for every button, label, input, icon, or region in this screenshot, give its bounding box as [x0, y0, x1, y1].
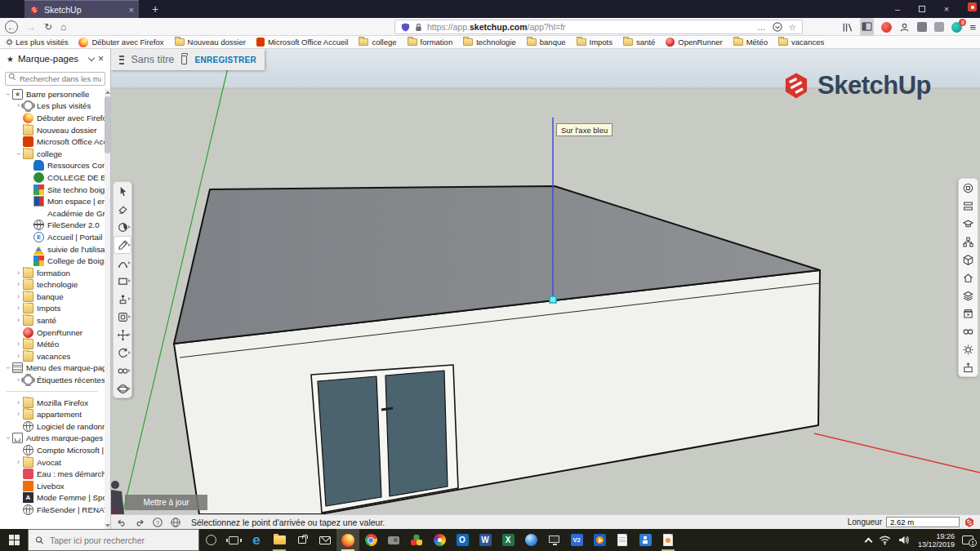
expand-arrow-icon[interactable]: › [14, 281, 23, 288]
bookmark-tree-item[interactable]: Site techno boigne [0, 184, 105, 196]
taskbar-hexagons[interactable] [405, 529, 428, 551]
tool-select[interactable] [114, 182, 131, 200]
wifi-icon[interactable] [879, 535, 891, 545]
bookmark-item[interactable]: Débuter avec Firefox [78, 38, 163, 47]
taskbar-search[interactable] [28, 529, 199, 551]
bookmark-star-icon[interactable]: ☆ [789, 22, 796, 32]
expand-arrow-icon[interactable]: › [14, 399, 23, 407]
tool-eraser[interactable] [114, 200, 131, 218]
panel-instructor[interactable] [959, 215, 978, 233]
scroll-down-icon[interactable] [105, 522, 110, 529]
tool-line[interactable] [114, 236, 131, 254]
bookmark-tree-item[interactable]: Logiciel de randonnée grat [0, 420, 105, 433]
redo-icon[interactable] [134, 517, 145, 528]
measure-input[interactable] [886, 517, 960, 527]
sidebar-scrollbar[interactable] [105, 88, 110, 529]
taskbar-v2[interactable] [565, 529, 588, 551]
close-button[interactable]: × [934, 0, 959, 18]
taskbar-firefox[interactable] [336, 529, 359, 551]
expand-arrow-icon[interactable]: › [14, 317, 23, 324]
action-center-icon[interactable]: 1 [962, 535, 973, 544]
task-view-button[interactable] [222, 529, 245, 551]
bookmark-item[interactable]: Impots [577, 38, 613, 47]
extension-icon-2[interactable] [934, 22, 944, 32]
expand-arrow-icon[interactable]: › [14, 376, 23, 384]
bookmark-tree-item[interactable]: Ressources Contractuels [0, 160, 105, 172]
sidebar-close-icon[interactable]: × [98, 53, 104, 64]
sketchup-viewport[interactable] [111, 49, 980, 514]
extension-icon[interactable] [917, 22, 927, 32]
bookmark-tree-item[interactable]: Débuter avec Firefox [0, 112, 105, 124]
save-button[interactable]: ENREGISTRER [194, 56, 256, 64]
taskbar-sphere[interactable] [519, 529, 542, 551]
tool-rotate[interactable] [114, 344, 131, 362]
collapse-arrow-icon[interactable]: › [15, 149, 22, 158]
security-extension-icon[interactable]: 8 [951, 22, 962, 33]
bookmark-tree-item[interactable]: ›banque [0, 291, 105, 303]
taskbar-edge[interactable] [245, 529, 268, 551]
browser-tab[interactable]: SketchUp × [24, 0, 139, 18]
bookmark-tree-item[interactable]: OpenRunner [0, 327, 105, 339]
panel-export[interactable] [959, 358, 978, 376]
maximize-button[interactable] [910, 0, 934, 18]
back-button[interactable]: ← [5, 20, 18, 33]
bookmark-item[interactable]: vacances [778, 38, 824, 47]
bookmark-tree-item[interactable]: ›Impots [0, 303, 105, 315]
bookmark-tree-item[interactable]: FileSender 2.0 [0, 220, 105, 232]
undo-icon[interactable] [116, 517, 127, 528]
bookmark-tree-item[interactable]: Eau : mes démarches en lig [0, 468, 105, 480]
taskbar-capture[interactable] [382, 529, 405, 551]
antivirus-extension-icon[interactable] [881, 22, 892, 33]
panel-3d-warehouse[interactable] [959, 251, 978, 269]
bookmark-tree-item[interactable]: ›Menu des marque-pages [0, 362, 105, 375]
new-tab-button[interactable]: + [145, 0, 165, 18]
pocket-icon[interactable] [773, 22, 782, 32]
tab-close-icon[interactable]: × [129, 5, 134, 15]
taskbar-search-input[interactable] [50, 535, 192, 545]
collapse-arrow-icon[interactable]: › [4, 433, 11, 442]
bookmark-item[interactable]: OpenRunner [666, 38, 722, 47]
tool-shapes[interactable] [114, 272, 131, 290]
taskbar-impress[interactable] [657, 529, 679, 551]
expand-arrow-icon[interactable]: › [14, 269, 23, 277]
bookmark-tree-item[interactable]: ›Autres marque-pages [0, 433, 105, 445]
taskbar-word[interactable] [474, 529, 497, 551]
bookmark-item[interactable]: Nouveau dossier [175, 38, 246, 47]
expand-arrow-icon[interactable]: › [14, 411, 23, 418]
expand-arrow-icon[interactable]: › [14, 459, 23, 466]
sidebar-dropdown-icon[interactable] [88, 54, 95, 60]
collapse-arrow-icon[interactable]: › [4, 90, 11, 99]
sidebar-title[interactable]: Marque-pages [18, 54, 85, 64]
bookmark-tree-item[interactable]: suivie de l'utilisation et ... [0, 243, 105, 256]
bookmarks-search-input[interactable] [5, 72, 105, 86]
bookmark-tree-item[interactable]: ›Étiquettes récentes [0, 374, 105, 386]
tool-push-pull[interactable] [114, 290, 131, 308]
bookmark-tree-item[interactable]: Nouveau dossier [0, 124, 105, 136]
taskbar-outlook[interactable] [451, 529, 474, 551]
bookmark-tree-item[interactable]: ›technologie [0, 279, 105, 291]
taskbar-excel[interactable] [497, 529, 519, 551]
tool-move[interactable] [114, 326, 131, 344]
bookmark-item[interactable]: Les plus visités [7, 38, 68, 47]
bookmark-tree-item[interactable]: Académie de Grenoble [0, 207, 105, 220]
bookmark-tree-item[interactable]: Livebox [0, 480, 105, 492]
taskbar-writer[interactable] [611, 529, 634, 551]
bookmark-tree-item[interactable]: ›formation [0, 267, 105, 279]
tool-tape-measure[interactable] [114, 362, 131, 380]
expand-arrow-icon[interactable]: › [14, 304, 23, 312]
expand-arrow-icon[interactable]: › [14, 102, 23, 109]
bookmark-tree-item[interactable]: Accueil | Portail Intéract [0, 231, 105, 243]
bookmark-tree-item[interactable]: Mode Femme | Sportwear | [0, 492, 105, 504]
bookmark-tree-item[interactable]: Microsoft Office Accueil [0, 136, 105, 148]
scrollbar-thumb[interactable] [105, 96, 110, 153]
bookmark-item[interactable]: technologie [463, 38, 516, 47]
forward-button[interactable]: → [26, 21, 36, 33]
tray-chevron-icon[interactable] [865, 537, 873, 545]
panel-scenes[interactable] [959, 304, 978, 322]
bookmark-item[interactable]: Météo [733, 38, 768, 47]
scroll-up-icon[interactable] [105, 88, 110, 96]
hamburger-menu-icon[interactable] [119, 56, 124, 64]
reload-button[interactable]: ↻ [44, 21, 52, 33]
url-bar[interactable]: https://app.sketchup.com/app?hl=fr … ☆ [394, 20, 803, 34]
taskbar-mail[interactable] [314, 529, 336, 551]
